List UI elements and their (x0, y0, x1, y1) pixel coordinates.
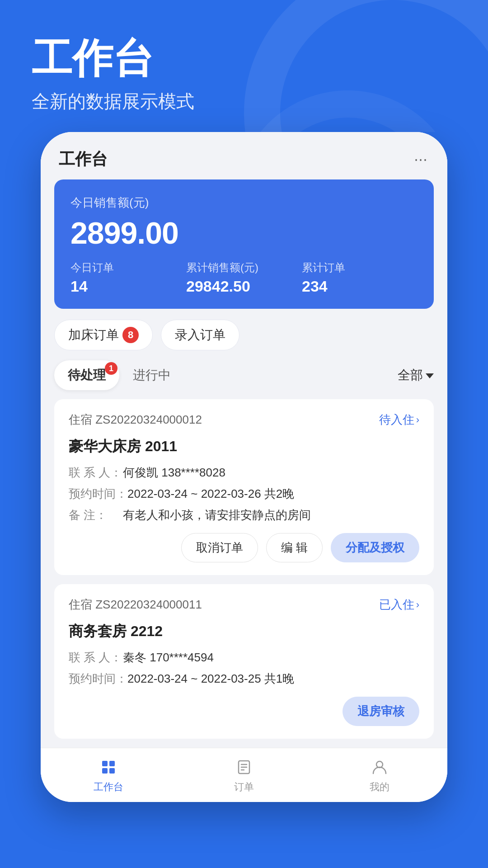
order-room-2: 商务套房 2212 (69, 622, 419, 642)
order-status-label-2: 已入住 (379, 597, 414, 613)
svg-rect-3 (109, 768, 115, 774)
svg-rect-1 (109, 761, 115, 766)
svg-rect-2 (102, 768, 108, 774)
order-remark-val-1: 有老人和小孩，请安排安静点的房间 (123, 507, 419, 523)
assign-authorize-label: 分配及授权 (346, 541, 404, 554)
order-actions-2: 退房审核 (69, 697, 419, 726)
nav-workbench[interactable]: 工作台 (41, 748, 176, 802)
order-contact-row-2: 联 系 人： 秦冬 170****4594 (69, 650, 419, 665)
order-card-2: 住宿 ZS20220324000011 已入住 › 商务套房 2212 联 系 … (54, 584, 434, 739)
order-header-2: 住宿 ZS20220324000011 已入住 › (69, 597, 419, 613)
tab-pending-badge: 1 (105, 362, 117, 375)
cancel-order-label: 取消订单 (196, 541, 243, 554)
order-booking-key-2: 预约时间： (69, 671, 127, 687)
tab-inprogress-label: 进行中 (133, 368, 171, 382)
page-title: 工作台 (32, 36, 456, 81)
action-row: 加床订单 8 录入订单 (41, 320, 447, 360)
assign-authorize-button[interactable]: 分配及授权 (331, 533, 419, 562)
stats-item-total-sales: 累计销售额(元) 29842.50 (186, 260, 302, 295)
order-status-1[interactable]: 待入住 › (379, 412, 419, 428)
order-contact-key-1: 联 系 人： (69, 465, 123, 481)
cancel-order-button[interactable]: 取消订单 (181, 533, 258, 562)
bottom-nav: 工作台 订单 (41, 748, 447, 802)
order-contact-row-1: 联 系 人： 何俊凯 138****8028 (69, 465, 419, 481)
nav-orders[interactable]: 订单 (176, 748, 312, 802)
filter-row: 待处理 1 进行中 全部 (41, 360, 447, 399)
stats-total-orders-label: 累计订单 (302, 260, 418, 275)
more-icon[interactable]: ⋯ (414, 151, 429, 167)
order-no-2: ZS20220324000011 (95, 598, 202, 611)
stats-item-today-orders: 今日订单 14 (70, 260, 186, 295)
stats-card-amount: 2899.00 (70, 215, 418, 250)
order-booking-row-1: 预约时间： 2022-03-24 ~ 2022-03-26 共2晚 (69, 486, 419, 502)
workbench-icon (98, 757, 119, 778)
order-remark-key-1: 备 注： (69, 507, 123, 523)
order-remark-row-1: 备 注： 有老人和小孩，请安排安静点的房间 (69, 507, 419, 523)
page-header: 工作台 全新的数据展示模式 (0, 0, 488, 132)
order-contact-val-2: 秦冬 170****4594 (123, 650, 419, 665)
stats-card: 今日销售额(元) 2899.00 今日订单 14 累计销售额(元) 29842.… (54, 179, 434, 309)
enter-order-label: 录入订单 (175, 326, 225, 344)
filter-all-button[interactable]: 全部 (398, 367, 434, 384)
checkout-review-label: 退房审核 (357, 704, 404, 718)
profile-icon (369, 757, 390, 778)
stats-item-total-orders: 累计订单 234 (302, 260, 418, 295)
tab-pending-label: 待处理 (68, 368, 106, 382)
order-no-1: ZS20220324000012 (95, 413, 202, 426)
tab-inprogress[interactable]: 进行中 (119, 360, 184, 390)
nav-workbench-label: 工作台 (94, 780, 123, 794)
order-actions-1: 取消订单 编 辑 分配及授权 (69, 533, 419, 562)
order-card-1: 住宿 ZS20220324000012 待入住 › 豪华大床房 2011 联 系… (54, 399, 434, 575)
order-booking-val-2: 2022-03-24 ~ 2022-03-25 共1晚 (127, 671, 419, 687)
order-status-label-1: 待入住 (379, 412, 414, 428)
app-topbar-title: 工作台 (59, 148, 108, 170)
order-type-2: 住宿 ZS20220324000011 (69, 597, 202, 613)
extra-bed-label: 加床订单 (68, 326, 119, 344)
page-subtitle: 全新的数据展示模式 (32, 89, 456, 114)
app-content: 工作台 ⋯ 今日销售额(元) 2899.00 今日订单 14 累计销售额(元) … (41, 132, 447, 802)
edit-order-label: 编 辑 (281, 541, 308, 554)
stats-row: 今日订单 14 累计销售额(元) 29842.50 累计订单 234 (70, 260, 418, 295)
extra-bed-badge: 8 (122, 327, 139, 343)
order-header-1: 住宿 ZS20220324000012 待入住 › (69, 412, 419, 428)
order-booking-key-1: 预约时间： (69, 486, 127, 502)
svg-rect-0 (102, 761, 108, 766)
filter-all-label: 全部 (398, 367, 423, 384)
order-contact-key-2: 联 系 人： (69, 650, 123, 665)
stats-today-orders-label: 今日订单 (70, 260, 186, 275)
chevron-right-icon-1: › (416, 414, 419, 426)
order-booking-row-2: 预约时间： 2022-03-24 ~ 2022-03-25 共1晚 (69, 671, 419, 687)
order-booking-val-1: 2022-03-24 ~ 2022-03-26 共2晚 (127, 486, 419, 502)
stats-total-sales-label: 累计销售额(元) (186, 260, 302, 275)
stats-today-orders-value: 14 (70, 278, 186, 295)
app-topbar: 工作台 ⋯ (41, 132, 447, 179)
nav-profile[interactable]: 我的 (312, 748, 447, 802)
extra-bed-button[interactable]: 加床订单 8 (54, 320, 153, 350)
nav-orders-label: 订单 (234, 780, 254, 794)
nav-profile-label: 我的 (370, 780, 389, 794)
enter-order-button[interactable]: 录入订单 (161, 320, 239, 350)
tab-pending[interactable]: 待处理 1 (54, 360, 119, 390)
order-status-2[interactable]: 已入住 › (379, 597, 419, 613)
checkout-review-button[interactable]: 退房审核 (343, 697, 419, 726)
order-room-1: 豪华大床房 2011 (69, 437, 419, 457)
edit-order-button[interactable]: 编 辑 (266, 533, 323, 562)
stats-total-orders-value: 234 (302, 278, 418, 295)
chevron-right-icon-2: › (416, 599, 419, 611)
stats-total-sales-value: 29842.50 (186, 278, 302, 295)
order-type-1: 住宿 ZS20220324000012 (69, 412, 202, 428)
chevron-down-icon (426, 373, 434, 378)
orders-icon (234, 757, 254, 778)
order-contact-val-1: 何俊凯 138****8028 (123, 465, 419, 481)
phone-mockup: 工作台 ⋯ 今日销售额(元) 2899.00 今日订单 14 累计销售额(元) … (41, 132, 447, 802)
stats-card-label: 今日销售额(元) (70, 195, 418, 211)
